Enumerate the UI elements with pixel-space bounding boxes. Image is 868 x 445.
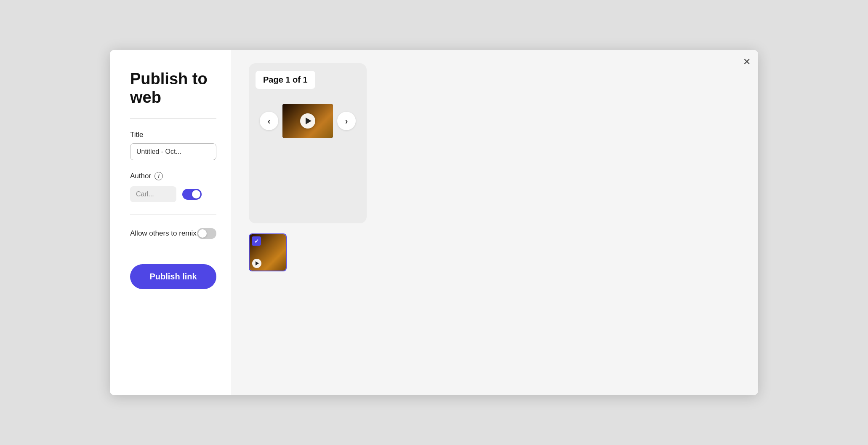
thumbnail-check: ✓ <box>252 236 261 246</box>
remix-toggle[interactable] <box>197 228 216 239</box>
author-row: Author i <box>130 172 216 180</box>
next-slide-button[interactable]: › <box>337 112 356 130</box>
remix-row: Allow others to remix <box>130 228 216 239</box>
prev-slide-button[interactable]: ‹ <box>260 112 278 130</box>
title-label: Title <box>130 131 216 139</box>
thumbnail-strip: ✓ <box>249 233 287 271</box>
slide-viewer: ‹ › <box>256 104 360 138</box>
thumbnail-1[interactable]: ✓ <box>249 233 287 271</box>
toggle-knob <box>192 190 200 198</box>
next-icon: › <box>345 116 348 126</box>
slide-image <box>282 104 333 138</box>
title-input[interactable] <box>130 143 216 160</box>
close-icon: ✕ <box>743 56 751 67</box>
play-button[interactable] <box>300 113 315 129</box>
author-controls <box>130 186 216 202</box>
divider-2 <box>130 214 216 214</box>
close-button[interactable]: ✕ <box>743 57 751 67</box>
publish-link-button[interactable]: Publish link <box>130 264 216 289</box>
author-label: Author <box>130 172 151 180</box>
remix-section: Allow others to remix <box>130 226 216 239</box>
preview-card: Page 1 of 1 ‹ › <box>249 63 367 223</box>
page-of-label: Page 1 of 1 <box>256 71 315 89</box>
author-toggle[interactable] <box>182 189 202 200</box>
prev-icon: ‹ <box>268 116 271 126</box>
play-icon <box>306 118 312 124</box>
thumbnail-play-button[interactable] <box>252 259 261 268</box>
check-icon: ✓ <box>254 239 259 244</box>
remix-label: Allow others to remix <box>130 229 197 238</box>
right-panel: Page 1 of 1 ‹ › <box>232 50 758 395</box>
author-input[interactable] <box>130 186 176 202</box>
thumbnail-play-icon <box>256 261 259 265</box>
panel-title: Publish to web <box>130 70 216 107</box>
remix-toggle-knob <box>198 229 207 238</box>
info-icon[interactable]: i <box>154 172 163 180</box>
divider-1 <box>130 118 216 119</box>
publish-modal: ✕ Publish to web Title Author i Allow ot… <box>110 50 758 395</box>
left-panel: Publish to web Title Author i Allow othe… <box>110 50 232 395</box>
